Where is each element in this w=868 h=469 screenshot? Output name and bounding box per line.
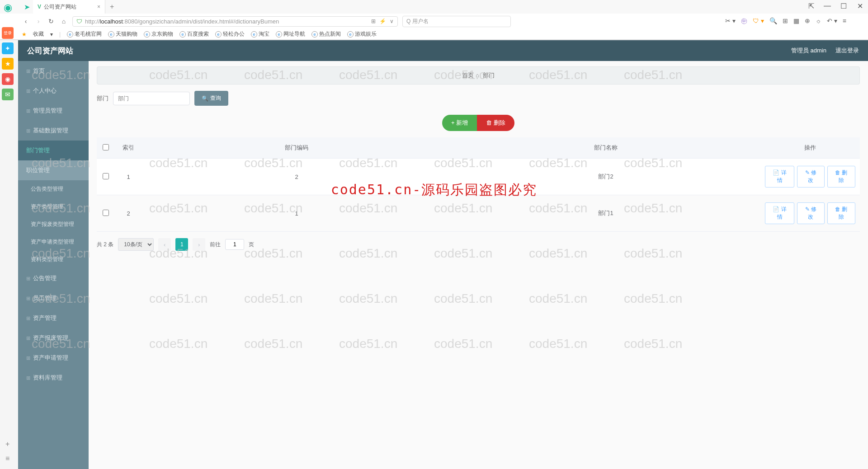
shield2-icon[interactable]: 🛡 ▾ bbox=[753, 17, 764, 25]
close-window-icon[interactable]: ✕ bbox=[855, 2, 864, 10]
page-number[interactable]: 1 bbox=[175, 238, 188, 251]
detail-button[interactable]: 📄 详情 bbox=[765, 166, 794, 188]
sidebar-item-staff[interactable]: ⊞员工管理 bbox=[18, 288, 89, 308]
bookmark-item[interactable]: e网址导航 bbox=[276, 30, 305, 38]
flash-icon[interactable]: ⚡ bbox=[379, 18, 386, 24]
table-row: 2 1 部门1 📄 详情 ✎ 修改 🗑 删除 bbox=[97, 195, 860, 232]
minimize-icon[interactable]: — bbox=[823, 2, 832, 10]
translate-icon[interactable]: ㊥ bbox=[741, 17, 747, 25]
delete-button[interactable]: 🗑 删除 bbox=[477, 115, 514, 131]
edit-button[interactable]: ✎ 修改 bbox=[797, 166, 825, 188]
menu-icon[interactable]: ≡ bbox=[843, 17, 846, 25]
browser-search[interactable]: Q 用户名 bbox=[402, 16, 511, 27]
sidebar-item-home[interactable]: ⊞首页 bbox=[18, 61, 89, 81]
globe-icon[interactable]: ⊕ bbox=[805, 17, 810, 25]
select-all-checkbox[interactable] bbox=[103, 144, 109, 150]
apps-icon[interactable]: ▦ bbox=[793, 17, 799, 25]
search-input[interactable] bbox=[113, 92, 190, 105]
dock-star-icon[interactable]: ★ bbox=[2, 58, 14, 70]
dock-mail-icon[interactable]: ✉ bbox=[2, 89, 14, 100]
home-icon[interactable]: ⌂ bbox=[60, 18, 68, 25]
data-table: 索引 部门编码 部门名称 操作 1 2 部门2 📄 详情 ✎ 修改 🗑 删除 2… bbox=[97, 137, 860, 232]
zoom-icon[interactable]: 🔍 bbox=[769, 17, 777, 25]
logout-link[interactable]: 退出登录 bbox=[835, 47, 859, 55]
bookmark-item[interactable]: e热点新闻 bbox=[311, 30, 341, 38]
reload-icon[interactable]: ↻ bbox=[47, 18, 55, 25]
sidebar-item-asset-type[interactable]: 资产类型管理 bbox=[18, 198, 89, 216]
sidebar-item-personal[interactable]: ⊞个人中心 bbox=[18, 81, 89, 101]
sun-icon[interactable]: ☼ bbox=[816, 17, 821, 25]
sidebar-item-basedata[interactable]: ⊞基础数据管理 bbox=[18, 121, 89, 141]
search-button[interactable]: 🔍查询 bbox=[194, 91, 228, 106]
sidebar-item-apply-type[interactable]: 资产申请类型管理 bbox=[18, 233, 89, 251]
table-row: 1 2 部门2 📄 详情 ✎ 修改 🗑 删除 bbox=[97, 159, 860, 195]
tab-bar: ➤ V 公司资产网站 × + ⇱ — ☐ ✕ bbox=[0, 0, 868, 14]
total-text: 共 2 条 bbox=[97, 241, 113, 249]
add-button[interactable]: + 新增 bbox=[442, 115, 477, 131]
prev-page-button[interactable]: ‹ bbox=[158, 238, 171, 251]
bookmark-item[interactable]: e游戏娱乐 bbox=[347, 30, 377, 38]
goto-page-input[interactable] bbox=[225, 239, 244, 250]
magnifier-icon: 🔍 bbox=[202, 95, 208, 102]
scissors-icon[interactable]: ✂ ▾ bbox=[725, 17, 736, 25]
nav-bar: ‹ › ↻ ⌂ 🛡 http://localhost:8080/gongsizi… bbox=[0, 14, 868, 29]
sidebar-item-department[interactable]: 部门管理 bbox=[18, 141, 89, 160]
sidebar-item-scrap[interactable]: ⊞资产报废管理 bbox=[18, 328, 89, 348]
sidebar-item-scrap-type[interactable]: 资产报废类型管理 bbox=[18, 216, 89, 233]
dock-login-icon[interactable]: 登录 bbox=[2, 27, 14, 39]
star-icon: ★ bbox=[22, 31, 27, 38]
bookmark-item[interactable]: e淘宝 bbox=[251, 30, 269, 38]
row-checkbox[interactable] bbox=[103, 173, 109, 179]
page-size-select[interactable]: 10条/页 bbox=[118, 238, 154, 251]
new-tab-button[interactable]: + bbox=[105, 3, 118, 11]
sidebar-item-docs[interactable]: ⊞资料库管理 bbox=[18, 368, 89, 388]
sidebar-item-apply[interactable]: ⊞资产申请管理 bbox=[18, 348, 89, 368]
col-code: 部门编码 bbox=[142, 137, 451, 159]
chevron-down-icon[interactable]: ∨ bbox=[390, 18, 394, 24]
current-user[interactable]: 管理员 admin bbox=[791, 47, 826, 55]
back-icon[interactable]: ‹ bbox=[22, 18, 30, 25]
search-icon: Q bbox=[406, 18, 410, 24]
sidebar-item-position[interactable]: 职位管理 bbox=[18, 160, 89, 180]
paper-plane-icon[interactable]: ➤ bbox=[20, 3, 33, 11]
shield-icon: 🛡 bbox=[76, 18, 82, 25]
add-sidebar-icon[interactable]: + bbox=[5, 440, 9, 448]
sidebar-item-notice-type[interactable]: 公告类型管理 bbox=[18, 180, 89, 198]
vue-icon: V bbox=[38, 4, 41, 10]
row-delete-button[interactable]: 🗑 删除 bbox=[827, 202, 855, 224]
next-page-button[interactable]: › bbox=[193, 238, 205, 251]
forward-icon[interactable]: › bbox=[34, 18, 42, 25]
dock-app1-icon[interactable]: ✦ bbox=[2, 42, 14, 54]
sidebar-item-doc-type[interactable]: 资料类型管理 bbox=[18, 251, 89, 268]
puzzle-icon[interactable]: ⊞ bbox=[783, 17, 788, 25]
cell-code: 1 bbox=[142, 195, 451, 232]
sidebar-item-admin[interactable]: ⊞管理员管理 bbox=[18, 101, 89, 121]
maximize-icon[interactable]: ☐ bbox=[839, 2, 848, 10]
address-bar[interactable]: 🛡 http://localhost:8080/gongsizichan/adm… bbox=[72, 16, 398, 27]
bookmark-item[interactable]: e天猫购物 bbox=[108, 30, 137, 38]
home-small-icon: ⌂ bbox=[476, 72, 479, 79]
detail-button[interactable]: 📄 详情 bbox=[765, 202, 794, 224]
row-delete-button[interactable]: 🗑 删除 bbox=[827, 166, 855, 188]
bookmark-item[interactable]: e京东购物 bbox=[144, 30, 173, 38]
col-index: 索引 bbox=[115, 137, 142, 159]
browser-tab[interactable]: V 公司资产网站 × bbox=[33, 0, 105, 14]
restore-icon[interactable]: ↶ ▾ bbox=[827, 17, 837, 25]
bookmark-item[interactable]: e百度搜索 bbox=[179, 30, 209, 38]
dock-weibo-icon[interactable]: ◉ bbox=[2, 73, 14, 85]
tab-close-icon[interactable]: × bbox=[97, 4, 100, 10]
row-checkbox[interactable] bbox=[103, 210, 109, 216]
sidebar-item-notice[interactable]: ⊞公告管理 bbox=[18, 268, 89, 288]
pagination: 共 2 条 10条/页 ‹ 1 › 前往 页 bbox=[97, 238, 860, 251]
qr-icon[interactable]: ⊞ bbox=[371, 18, 376, 24]
pin-icon[interactable]: ⇱ bbox=[807, 2, 816, 10]
app-header: 公司资产网站 管理员 admin 退出登录 bbox=[18, 40, 868, 61]
bookmark-item[interactable]: e老毛桃官网 bbox=[67, 30, 102, 38]
search-label: 部门 bbox=[97, 94, 108, 103]
edit-button[interactable]: ✎ 修改 bbox=[797, 202, 825, 224]
cell-name: 部门2 bbox=[451, 159, 760, 195]
list-sidebar-icon[interactable]: ≡ bbox=[5, 455, 9, 463]
bookmark-item[interactable]: e轻松办公 bbox=[215, 30, 245, 38]
sidebar-item-asset[interactable]: ⊞资产管理 bbox=[18, 308, 89, 328]
col-name: 部门名称 bbox=[451, 137, 760, 159]
